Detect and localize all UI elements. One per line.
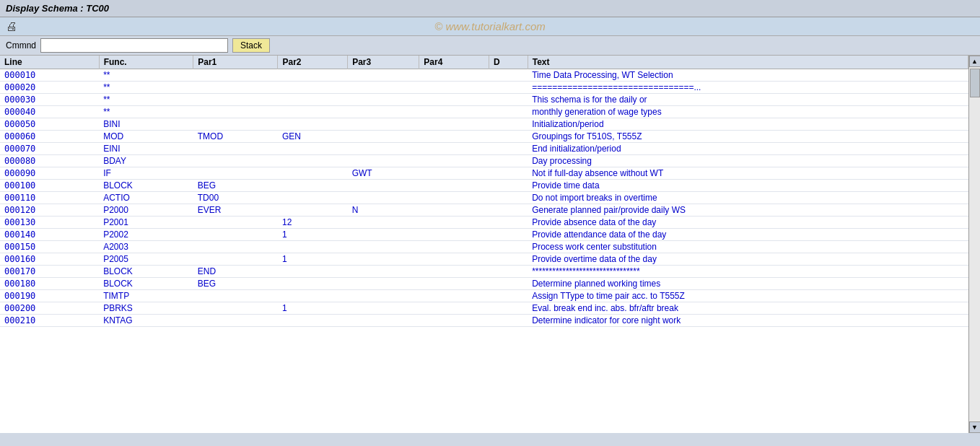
table-row[interactable]: 000150A2003Process work center substitut… (0, 241, 968, 253)
table-row[interactable]: 000210KNTAGDetermine indicator for core … (0, 315, 968, 327)
table-row[interactable]: 000090IFGWTNot if full-day absence witho… (0, 167, 968, 180)
cell-line: 000110 (0, 192, 99, 204)
cell-par4 (419, 302, 489, 315)
scroll-track[interactable] (969, 67, 981, 421)
cell-par1: EVER (193, 204, 278, 217)
table-row[interactable]: 000080BDAYDay processing (0, 155, 968, 167)
col-line: Line (0, 56, 99, 69)
cell-d (489, 131, 528, 143)
col-func: Func. (99, 56, 193, 69)
cell-line: 000100 (0, 180, 99, 192)
cell-par1 (193, 118, 278, 131)
cell-par4 (419, 94, 489, 106)
cell-text: Provide overtime data of the day (528, 253, 968, 266)
cell-par2 (278, 167, 348, 180)
cell-text: ================================... (528, 82, 968, 94)
cell-par4 (419, 143, 489, 155)
cell-par1 (193, 94, 278, 106)
cell-d (489, 143, 528, 155)
cell-par1 (193, 253, 278, 266)
cell-func: P2002 (99, 229, 193, 241)
cell-d (489, 167, 528, 180)
cell-text: Provide attendance data of the day (528, 229, 968, 241)
cell-par3 (348, 131, 419, 143)
cell-d (489, 302, 528, 315)
table-row[interactable]: 000020**================================… (0, 82, 968, 94)
cell-func: BLOCK (99, 266, 193, 278)
cell-par4 (419, 278, 489, 290)
col-text: Text (528, 56, 968, 69)
cell-func: P2001 (99, 217, 193, 229)
main-content: Line Func. Par1 Par2 Par3 Par4 D Text 00… (0, 56, 980, 433)
table-row[interactable]: 000030**This schema is for the daily or (0, 94, 968, 106)
table-row[interactable]: 000040**monthly generation of wage types (0, 106, 968, 118)
cell-par3 (348, 217, 419, 229)
table-row[interactable]: 000070EINIEnd initialization/period (0, 143, 968, 155)
table-row[interactable]: 000120P2000EVERNGenerate planned pair/pr… (0, 204, 968, 217)
print-icon[interactable]: 🖨 (6, 20, 17, 33)
scrollbar-right[interactable]: ▲ ▼ (968, 56, 980, 433)
table-row[interactable]: 000190TIMTPAssign TType to time pair acc… (0, 290, 968, 302)
table-row[interactable]: 000100BLOCKBEGProvide time data (0, 180, 968, 192)
table-row[interactable]: 000110ACTIOTD00Do not import breaks in o… (0, 192, 968, 204)
cell-par3 (348, 241, 419, 253)
cell-text: Process work center substitution (528, 241, 968, 253)
cell-text: Eval. break end inc. abs. bfr/aftr break (528, 302, 968, 315)
cell-func: ** (99, 94, 193, 106)
table-row[interactable]: 000130P200112Provide absence data of the… (0, 217, 968, 229)
cell-par3 (348, 180, 419, 192)
cell-func: BINI (99, 118, 193, 131)
cell-func: EINI (99, 143, 193, 155)
cell-par2: 1 (278, 302, 348, 315)
scroll-thumb[interactable] (970, 69, 980, 97)
cell-func: ACTIO (99, 192, 193, 204)
cell-par2 (278, 192, 348, 204)
col-par4: Par4 (419, 56, 489, 69)
cell-par1 (193, 229, 278, 241)
cell-par2 (278, 180, 348, 192)
cell-line: 000210 (0, 315, 99, 327)
cell-line: 000190 (0, 290, 99, 302)
cell-par1 (193, 106, 278, 118)
cell-text: Initialization/period (528, 118, 968, 131)
cell-line: 000140 (0, 229, 99, 241)
cell-func: PBRKS (99, 302, 193, 315)
cell-par2 (278, 204, 348, 217)
cell-par4 (419, 167, 489, 180)
cell-par4 (419, 253, 489, 266)
cell-par2: 1 (278, 253, 348, 266)
cell-par2 (278, 278, 348, 290)
cell-par1: END (193, 266, 278, 278)
cell-par3 (348, 106, 419, 118)
cell-par4 (419, 155, 489, 167)
table-row[interactable]: 000200PBRKS1Eval. break end inc. abs. bf… (0, 302, 968, 315)
cell-line: 000150 (0, 241, 99, 253)
cell-d (489, 290, 528, 302)
table-row[interactable]: 000160P20051Provide overtime data of the… (0, 253, 968, 266)
cell-par4 (419, 204, 489, 217)
table-row[interactable]: 000180BLOCKBEGDetermine planned working … (0, 278, 968, 290)
cell-par2: 1 (278, 229, 348, 241)
command-label: Cmmnd (6, 40, 36, 51)
table-area[interactable]: Line Func. Par1 Par2 Par3 Par4 D Text 00… (0, 56, 968, 433)
table-row[interactable]: 000050BINIInitialization/period (0, 118, 968, 131)
col-par1: Par1 (193, 56, 278, 69)
table-row[interactable]: 000170BLOCKEND**************************… (0, 266, 968, 278)
table-row[interactable]: 000140P20021Provide attendance data of t… (0, 229, 968, 241)
cell-par2 (278, 118, 348, 131)
cell-par2 (278, 241, 348, 253)
cell-func: BLOCK (99, 180, 193, 192)
cell-line: 000040 (0, 106, 99, 118)
table-row[interactable]: 000060MODTMODGENGroupings for T510S, T55… (0, 131, 968, 143)
command-input[interactable] (40, 38, 228, 53)
cell-par3: N (348, 204, 419, 217)
cell-par1 (193, 290, 278, 302)
scroll-up-button[interactable]: ▲ (969, 56, 981, 67)
cell-par2 (278, 315, 348, 327)
cell-par3 (348, 302, 419, 315)
stack-button[interactable]: Stack (232, 38, 270, 53)
table-row[interactable]: 000010**Time Data Processing, WT Selecti… (0, 69, 968, 82)
cell-func: IF (99, 167, 193, 180)
cell-par3 (348, 253, 419, 266)
scroll-down-button[interactable]: ▼ (969, 421, 981, 433)
